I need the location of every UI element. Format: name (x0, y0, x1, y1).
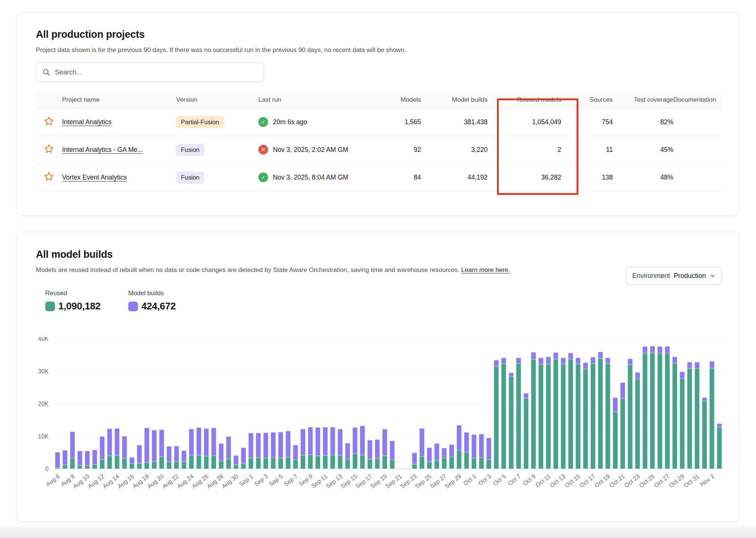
bar-segment-model-builds[interactable] (301, 429, 305, 455)
bar-aug-19[interactable] (152, 430, 157, 469)
bar-segment-model-builds[interactable] (338, 429, 342, 455)
bar-segment-model-builds[interactable] (263, 432, 268, 458)
bar-oct-28[interactable] (672, 357, 677, 469)
bar-sep-23[interactable] (412, 453, 417, 469)
bar-sep-8[interactable] (301, 429, 305, 469)
bar-aug-27[interactable] (211, 428, 216, 469)
bar-segment-reused[interactable] (152, 461, 157, 469)
bar-segment-model-builds[interactable] (249, 433, 253, 458)
bar-segment-model-builds[interactable] (479, 434, 484, 458)
bar-segment-model-builds[interactable] (449, 445, 454, 457)
bar-segment-model-builds[interactable] (278, 432, 283, 458)
bar-segment-reused[interactable] (70, 458, 75, 469)
bar-aug-29[interactable] (226, 437, 231, 469)
bar-oct-10[interactable] (538, 358, 543, 469)
bar-sep-5[interactable] (278, 432, 283, 469)
bar-segment-reused[interactable] (442, 458, 447, 469)
bar-oct-25[interactable] (650, 346, 655, 469)
bar-segment-reused[interactable] (92, 465, 97, 469)
bar-oct-1[interactable] (471, 435, 476, 469)
bar-segment-model-builds[interactable] (159, 430, 164, 457)
bar-segment-reused[interactable] (256, 458, 261, 469)
bar-segment-model-builds[interactable] (100, 437, 105, 459)
bar-segment-model-builds[interactable] (375, 440, 380, 458)
bar-segment-model-builds[interactable] (219, 443, 224, 461)
bar-aug-8[interactable] (70, 432, 75, 469)
bar-sep-13[interactable] (338, 429, 342, 469)
bar-segment-reused[interactable] (62, 465, 67, 469)
bar-oct-22[interactable] (628, 359, 633, 469)
bar-segment-reused[interactable] (710, 368, 714, 469)
bar-segment-reused[interactable] (278, 458, 283, 469)
bar-segment-reused[interactable] (412, 464, 417, 469)
bar-segment-model-builds[interactable] (650, 346, 655, 353)
bar-segment-model-builds[interactable] (189, 429, 194, 455)
bar-segment-reused[interactable] (680, 379, 685, 469)
bar-oct-16[interactable] (583, 363, 588, 469)
bar-oct-14[interactable] (568, 353, 573, 469)
bar-segment-model-builds[interactable] (680, 372, 685, 379)
bar-segment-model-builds[interactable] (152, 430, 157, 461)
bar-oct-29[interactable] (680, 372, 685, 469)
bar-aug-16[interactable] (129, 458, 134, 469)
bar-segment-reused[interactable] (293, 460, 298, 469)
bar-segment-reused[interactable] (211, 456, 216, 469)
bar-segment-reused[interactable] (687, 369, 692, 469)
bar-segment-reused[interactable] (538, 364, 543, 469)
bar-segment-reused[interactable] (249, 458, 253, 469)
bar-oct-26[interactable] (657, 346, 662, 469)
bar-segment-model-builds[interactable] (55, 452, 60, 468)
bar-nov-3[interactable] (717, 424, 722, 469)
bar-segment-model-builds[interactable] (256, 433, 261, 458)
bar-segment-reused[interactable] (182, 462, 187, 469)
learn-more-link[interactable]: Learn more here. (461, 266, 510, 273)
bar-oct-5[interactable] (501, 358, 506, 469)
bar-segment-reused[interactable] (427, 462, 432, 469)
bar-segment-model-builds[interactable] (316, 428, 320, 456)
bar-segment-model-builds[interactable] (695, 362, 700, 369)
search-input[interactable] (55, 68, 258, 76)
bar-segment-reused[interactable] (494, 366, 499, 469)
bar-sep-25[interactable] (427, 447, 432, 469)
bar-segment-model-builds[interactable] (85, 451, 90, 465)
bar-segment-model-builds[interactable] (234, 455, 239, 465)
environment-dropdown[interactable]: Environment Production (626, 267, 722, 285)
bar-segment-model-builds[interactable] (412, 453, 417, 464)
bar-segment-model-builds[interactable] (115, 428, 120, 455)
bar-aug-26[interactable] (204, 428, 209, 469)
bar-segment-reused[interactable] (717, 427, 722, 469)
bar-segment-model-builds[interactable] (457, 425, 461, 450)
bar-sep-27[interactable] (442, 448, 447, 469)
bar-segment-model-builds[interactable] (226, 437, 231, 459)
projects-table-container[interactable]: Project nameVersionLast runModelsModel b… (36, 92, 721, 192)
bar-segment-reused[interactable] (115, 455, 120, 469)
bar-oct-24[interactable] (643, 346, 648, 469)
bar-segment-model-builds[interactable] (635, 372, 640, 379)
bar-segment-model-builds[interactable] (442, 448, 447, 458)
bar-segment-model-builds[interactable] (144, 428, 149, 462)
bar-segment-reused[interactable] (301, 455, 305, 469)
bar-sep-10[interactable] (316, 428, 320, 469)
bar-sep-2[interactable] (256, 433, 261, 469)
bar-nov-1[interactable] (702, 397, 707, 469)
bar-segment-reused[interactable] (122, 458, 127, 469)
bar-segment-reused[interactable] (353, 454, 357, 469)
bar-segment-reused[interactable] (196, 455, 201, 469)
bar-segment-reused[interactable] (241, 464, 246, 469)
bar-aug-13[interactable] (107, 429, 112, 469)
bar-segment-reused[interactable] (672, 363, 677, 469)
bar-segment-model-builds[interactable] (353, 428, 357, 454)
bar-aug-30[interactable] (234, 455, 239, 469)
bar-oct-21[interactable] (620, 382, 625, 469)
bar-aug-17[interactable] (137, 445, 142, 469)
bar-segment-reused[interactable] (137, 463, 142, 469)
bar-sep-11[interactable] (323, 427, 328, 469)
bar-aug-24[interactable] (189, 429, 194, 469)
bar-sep-3[interactable] (263, 432, 268, 469)
bar-aug-6[interactable] (55, 452, 60, 469)
bar-segment-model-builds[interactable] (368, 440, 372, 459)
project-search-box[interactable] (36, 62, 264, 82)
bar-segment-reused[interactable] (553, 359, 558, 469)
bar-sep-6[interactable] (286, 431, 291, 469)
bar-segment-model-builds[interactable] (598, 352, 603, 358)
